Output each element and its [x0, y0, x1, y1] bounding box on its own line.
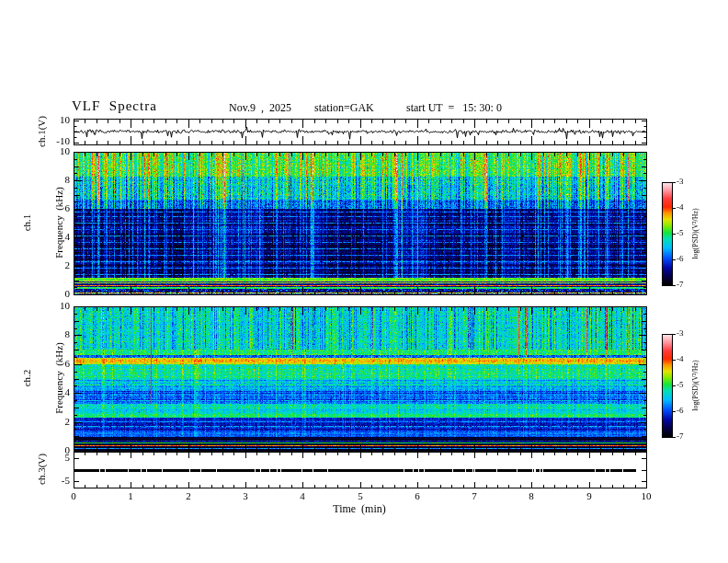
x-tick-label: 9	[575, 491, 603, 502]
x-tick-label: 0	[60, 491, 87, 502]
colorbar-tick-label: -6	[677, 255, 684, 263]
colorbar-tick-label: -7	[677, 281, 684, 289]
colorbar-tick-label: -4	[677, 355, 684, 363]
x-tick-label: 8	[518, 491, 545, 502]
x-tick-label: 2	[175, 491, 202, 502]
colorbar-tick-label: -5	[677, 381, 684, 389]
y-tick-label: 10	[29, 146, 70, 157]
x-tick-label: 6	[404, 491, 431, 502]
spectra-plot-canvas	[0, 0, 728, 563]
colorbar-tick-label: -3	[677, 329, 684, 338]
y-tick-label: 4	[29, 387, 70, 398]
x-tick-label: 4	[289, 491, 316, 502]
vlf-spectra-figure: VLF Spectra Nov.9 , 2025 station=GAK sta…	[0, 0, 728, 563]
colorbar-tick-label: -6	[677, 407, 684, 415]
colorbar1-label: log(PSD)(V²/Hz)	[692, 208, 700, 259]
spec1-channel-label: ch.1	[22, 187, 33, 259]
y-tick-label: -5	[29, 476, 70, 487]
y-tick-label: 8	[29, 175, 70, 186]
colorbar2-label: log(PSD)(V²/Hz)	[692, 360, 700, 410]
colorbar-tick-label: -4	[677, 203, 684, 212]
y-tick-label: 2	[29, 417, 70, 428]
x-tick-label: 3	[232, 491, 259, 502]
colorbar-tick-label: -3	[677, 178, 684, 186]
x-axis-label: Time (min)	[304, 503, 415, 515]
y-tick-label: 2	[29, 260, 70, 271]
x-tick-label: 10	[632, 491, 660, 502]
x-tick-label: 7	[461, 491, 488, 502]
x-tick-label: 1	[117, 491, 144, 502]
y-tick-label: 0	[29, 445, 70, 456]
station-label: station=GAK	[314, 102, 374, 114]
spec1-freq-label: Frequency (kHz)	[54, 187, 65, 259]
spec2-freq-label: Frequency (kHz)	[54, 342, 65, 414]
spec2-channel-label: ch.2	[22, 342, 33, 414]
x-tick-label: 5	[347, 491, 374, 502]
page-title: VLF Spectra	[72, 99, 157, 114]
spec1-ylabel: ch.1 Frequency (kHz)	[1, 187, 85, 259]
y-tick-label: 6	[29, 203, 70, 214]
y-tick-label: 0	[29, 289, 70, 300]
spec2-ylabel: ch.2 Frequency (kHz)	[1, 342, 85, 414]
y-tick-label: 6	[29, 359, 70, 370]
y-tick-label: 4	[29, 232, 70, 243]
y-tick-label: 8	[29, 329, 70, 340]
colorbar-tick-label: -7	[677, 432, 684, 441]
start-ut-label: start UT = 15: 30: 0	[406, 102, 502, 114]
colorbar-tick-label: -5	[677, 229, 684, 237]
y-tick-label: 10	[29, 301, 70, 312]
date-label: Nov.9 , 2025	[229, 102, 291, 114]
y-tick-label: 10	[29, 115, 70, 126]
